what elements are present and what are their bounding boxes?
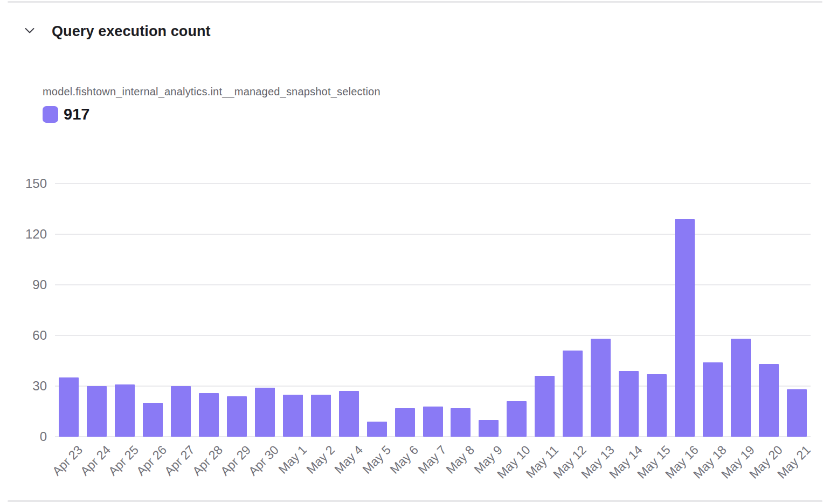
gridline <box>55 284 811 285</box>
bar-chart: 0306090120150Apr 23Apr 24Apr 25Apr 26Apr… <box>0 0 830 504</box>
gridline <box>55 386 811 387</box>
bar[interactable] <box>255 388 275 437</box>
bar[interactable] <box>227 396 247 437</box>
bar[interactable] <box>507 401 527 437</box>
bar[interactable] <box>451 408 471 437</box>
x-tick-label: May 7 <box>416 443 449 477</box>
y-tick-label: 90 <box>15 278 47 291</box>
bar[interactable] <box>87 386 107 437</box>
x-tick-label: Apr 30 <box>246 443 282 479</box>
bar[interactable] <box>703 362 723 437</box>
x-tick-label: Apr 28 <box>190 443 226 479</box>
bar[interactable] <box>619 371 639 437</box>
bar[interactable] <box>563 351 583 437</box>
bar[interactable] <box>367 422 387 437</box>
gridline <box>55 335 811 336</box>
y-tick-label: 60 <box>15 329 47 342</box>
x-tick-label: May 2 <box>303 443 337 477</box>
bar[interactable] <box>759 364 779 437</box>
x-tick-label: Apr 23 <box>50 443 86 479</box>
bar[interactable] <box>143 403 163 437</box>
bar[interactable] <box>311 395 331 437</box>
bar[interactable] <box>423 407 443 437</box>
bar[interactable] <box>199 393 219 437</box>
bar[interactable] <box>647 374 667 437</box>
x-tick-label: Apr 26 <box>134 443 170 479</box>
bar[interactable] <box>115 384 135 437</box>
panel-bottom-divider <box>8 500 822 502</box>
bar[interactable] <box>59 377 79 437</box>
x-tick-label: Apr 24 <box>78 443 114 479</box>
x-tick-label: May 5 <box>359 443 393 477</box>
bar[interactable] <box>283 395 303 437</box>
bar[interactable] <box>479 420 499 437</box>
bar[interactable] <box>591 339 611 437</box>
bar[interactable] <box>395 408 415 437</box>
y-tick-label: 0 <box>15 430 47 443</box>
bar[interactable] <box>787 389 807 437</box>
x-tick-label: May 8 <box>444 443 478 477</box>
x-tick-label: May 1 <box>275 443 309 477</box>
gridline <box>55 183 811 184</box>
gridline <box>55 234 811 235</box>
x-tick-label: Apr 25 <box>106 443 142 479</box>
bar[interactable] <box>339 391 359 437</box>
bar[interactable] <box>535 376 555 437</box>
x-tick-label: Apr 29 <box>218 443 254 479</box>
x-tick-label: Apr 27 <box>162 443 198 479</box>
y-tick-label: 120 <box>15 228 47 241</box>
y-tick-label: 150 <box>15 177 47 190</box>
query-execution-count-panel: Query execution count model.fishtown_int… <box>0 0 830 504</box>
bar[interactable] <box>171 386 191 437</box>
bar[interactable] <box>675 219 695 437</box>
x-tick-label: May 4 <box>331 443 365 477</box>
y-tick-label: 30 <box>15 380 47 393</box>
x-tick-label: May 6 <box>388 443 421 477</box>
bar[interactable] <box>731 339 751 437</box>
